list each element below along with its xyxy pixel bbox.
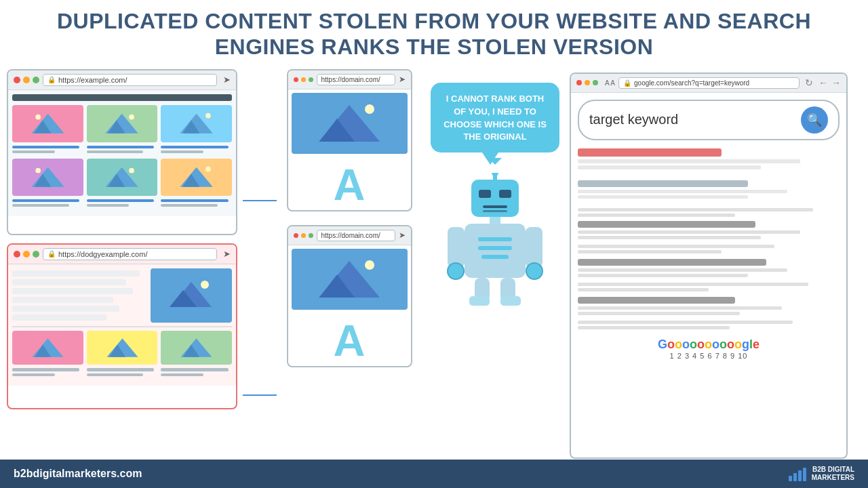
svg-point-60 [526,263,542,279]
stolen-thumb-3 [161,331,232,365]
bubble-tail [482,152,498,165]
original-browser-toolbar: 🔒 https://example.com/ ➤ [8,70,236,90]
robot-svg [441,173,549,308]
thumb-1 [12,105,83,142]
top-mini-image [292,93,408,154]
bottom-mini-toolbar: https://domain.com/ ➤ [288,226,411,245]
middle-panels: https://domain.com/ ➤ A [278,66,420,459]
google-letter: o [705,338,712,351]
google-panel-wrapper: A A 🔒 google.com/search?q=target=keyword… [570,66,861,459]
result-line [578,190,787,193]
nav-arrow[interactable]: ➤ [223,75,231,85]
svg-rect-50 [483,205,507,208]
letter-a-bottom: A [334,315,366,366]
result-line [578,159,800,163]
google-letter: g [742,338,749,351]
refresh-icon[interactable]: ↻ [805,77,813,88]
title-area: DUPLICATED CONTENT STOLEN FROM YOUR WEBS… [0,0,868,66]
brand-line2: MARKETERS [812,474,854,481]
mini-arrow-bottom[interactable]: ➤ [399,230,406,240]
connector-area [241,66,278,459]
result-line [578,274,748,277]
google-g1: Goooooooooogle [658,338,760,351]
google-letter: o [667,338,675,351]
bar-3 [798,470,802,481]
mini-arrow[interactable]: ➤ [399,75,406,84]
google-toolbar: A A 🔒 google.com/search?q=target=keyword… [571,74,846,93]
mini-dot [309,233,313,238]
mountain-icon-5 [97,164,146,190]
result-line [578,214,735,217]
bottom-mini-mountain [309,256,390,303]
thumb-3 [161,105,232,142]
stolen-thumb-row [12,331,232,365]
dot-red [14,77,20,83]
result-6-title [578,297,735,304]
search-result-1 [578,148,840,169]
thumb-6 [161,159,232,196]
search-icon: 🔍 [807,113,822,127]
result-4-title [578,221,755,228]
g-dot-red [576,80,582,85]
top-mini-toolbar: https://domain.com/ ➤ [288,70,411,89]
google-letter: G [658,338,667,351]
result-line [578,306,782,310]
mini-dots-bottom [294,233,313,238]
google-letter: o [727,338,734,351]
stolen-thumb-1 [12,331,83,365]
result-line [578,283,808,286]
svg-point-15 [35,168,41,174]
footer-url: b2bdigitalmarketers.com [14,468,142,480]
lines-1 [12,146,232,155]
google-search-button[interactable]: 🔍 [801,106,828,134]
thumb-row-1 [12,105,232,142]
google-letter: e [753,338,760,351]
stolen-browser-toolbar: 🔒 https://dodgyexample.com/ ➤ [8,245,236,264]
result-2-title [578,180,748,187]
spacer [578,175,840,180]
main-title: DUPLICATED CONTENT STOLEN FROM YOUR WEBS… [54,8,814,60]
brand-line1: B2B DIGITAL [812,466,854,473]
google-pages[interactable]: 1 2 3 4 5 6 7 8 9 10 [578,352,840,360]
svg-rect-48 [479,190,491,198]
bottom-mini-url: https://domain.com/ [317,230,395,241]
browser-dots [14,77,39,83]
stolen-mountain-1 [29,334,66,361]
result-line [578,268,787,272]
svg-rect-51 [483,210,507,212]
result-line [578,312,740,315]
svg-rect-53 [465,224,526,278]
result-line [578,321,793,324]
forward-icon[interactable]: → [831,77,841,88]
original-browser: 🔒 https://example.com/ ➤ [7,69,237,235]
result-line [578,326,730,329]
stolen-browser-url: 🔒 https://dodgyexample.com/ [43,248,217,260]
dot-green [33,77,39,83]
nav-bar [12,94,232,101]
result-line [578,230,800,234]
svg-rect-56 [481,255,509,259]
mountain-icon-2 [97,110,146,137]
bar-2 [793,473,797,481]
search-result-3 [578,208,840,217]
robot-figure [441,173,549,311]
google-dots [576,80,598,85]
result-1-title [578,148,722,157]
google-browser: A A 🔒 google.com/search?q=target=keyword… [570,73,848,459]
thumb-4 [12,159,83,196]
google-letter: o [719,338,727,351]
stolen-lock-icon: 🔒 [47,250,56,258]
stolen-text-line [12,314,106,321]
result-line [578,208,813,211]
stolen-thumb-2 [87,331,158,365]
result-2-lines [578,190,840,199]
svg-point-3 [35,115,41,120]
result-1-lines [578,159,840,169]
mountain-icon-6 [172,164,221,190]
svg-rect-64 [500,296,521,306]
stolen-nav-arrow[interactable]: ➤ [223,249,231,259]
google-letter: o [675,338,682,351]
google-search-bar[interactable]: target keyword 🔍 [578,100,840,140]
back-icon[interactable]: ← [818,77,828,88]
stolen-mountain-2 [104,334,141,361]
